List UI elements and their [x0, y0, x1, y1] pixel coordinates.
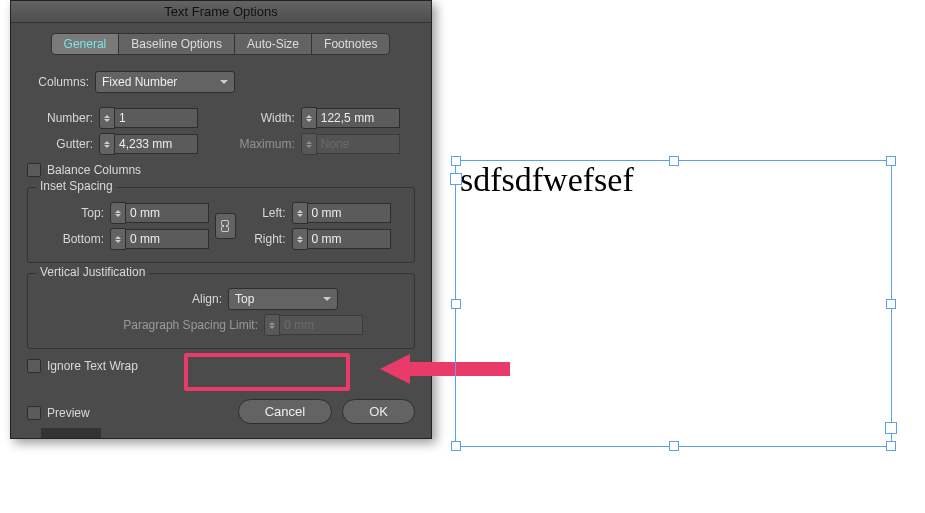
inset-top-stepper[interactable]	[110, 202, 209, 224]
resize-handle-tr[interactable]	[886, 156, 896, 166]
align-label: Align:	[178, 292, 228, 306]
width-stepper[interactable]	[301, 107, 400, 129]
inset-top-field[interactable]	[126, 203, 209, 223]
columns-type-value: Fixed Number	[102, 75, 177, 89]
number-stepper[interactable]	[99, 107, 198, 129]
checkbox-box-icon	[27, 163, 41, 177]
para-spacing-limit-label: Paragraph Spacing Limit:	[78, 318, 264, 332]
width-label: Width:	[229, 111, 301, 125]
align-value: Top	[235, 292, 254, 306]
inset-bottom-field[interactable]	[126, 229, 209, 249]
link-values-button[interactable]	[215, 213, 236, 239]
spinner-icon[interactable]	[99, 133, 115, 155]
maximum-label: Maximum:	[229, 137, 301, 151]
ignore-text-wrap-checkbox[interactable]: Ignore Text Wrap	[27, 359, 138, 373]
width-field[interactable]	[317, 108, 400, 128]
maximum-field	[317, 134, 400, 154]
ok-button[interactable]: OK	[342, 399, 415, 424]
text-out-port[interactable]	[885, 422, 897, 434]
inset-right-field[interactable]	[308, 229, 391, 249]
inset-right-stepper[interactable]	[292, 228, 391, 250]
text-frame-content[interactable]: sdfsdfwefsef	[456, 161, 891, 198]
balance-columns-checkbox[interactable]: Balance Columns	[27, 163, 141, 177]
inset-spacing-title: Inset Spacing	[36, 179, 117, 193]
chevron-down-icon	[220, 80, 228, 84]
inset-left-label: Left:	[242, 206, 292, 220]
columns-type-select[interactable]: Fixed Number	[95, 71, 235, 93]
tab-baseline-options[interactable]: Baseline Options	[118, 33, 235, 55]
align-select[interactable]: Top	[228, 288, 338, 310]
inset-spacing-group: Inset Spacing Top: Bottom:	[27, 187, 415, 263]
chevron-down-icon	[323, 297, 331, 301]
checkbox-box-icon	[27, 406, 41, 420]
spinner-icon[interactable]	[292, 228, 308, 250]
spinner-icon[interactable]	[110, 228, 126, 250]
tab-auto-size[interactable]: Auto-Size	[234, 33, 312, 55]
ignore-text-wrap-label: Ignore Text Wrap	[47, 359, 138, 373]
gutter-stepper[interactable]	[99, 133, 198, 155]
gutter-label: Gutter:	[27, 137, 99, 151]
resize-handle-mr[interactable]	[886, 299, 896, 309]
resize-handle-tl[interactable]	[451, 156, 461, 166]
spinner-icon[interactable]	[110, 202, 126, 224]
spinner-icon	[264, 314, 280, 336]
spinner-icon[interactable]	[292, 202, 308, 224]
tab-general[interactable]: General	[51, 33, 120, 55]
resize-handle-tc[interactable]	[669, 156, 679, 166]
text-in-port[interactable]	[450, 173, 462, 185]
text-frame[interactable]: sdfsdfwefsef	[455, 160, 892, 447]
inset-right-label: Right:	[242, 232, 292, 246]
gutter-field[interactable]	[115, 134, 198, 154]
preview-label: Preview	[47, 406, 90, 420]
resize-handle-bc[interactable]	[669, 441, 679, 451]
checkbox-box-icon	[27, 359, 41, 373]
columns-label: Columns:	[27, 75, 95, 89]
maximum-stepper	[301, 133, 400, 155]
spinner-icon	[301, 133, 317, 155]
resize-handle-ml[interactable]	[451, 299, 461, 309]
preview-checkbox[interactable]: Preview	[27, 406, 90, 420]
vertical-justification-group: Vertical Justification Align: Top Paragr…	[27, 273, 415, 349]
link-icon	[220, 219, 230, 233]
inset-bottom-stepper[interactable]	[110, 228, 209, 250]
para-spacing-limit-stepper	[264, 314, 363, 336]
number-field[interactable]	[115, 108, 198, 128]
spinner-icon[interactable]	[301, 107, 317, 129]
dialog-body: Columns: Fixed Number Number: Gutter:	[11, 61, 431, 389]
dialog-title: Text Frame Options	[11, 1, 431, 23]
inset-left-field[interactable]	[308, 203, 391, 223]
tab-footnotes[interactable]: Footnotes	[311, 33, 390, 55]
number-label: Number:	[27, 111, 99, 125]
tab-bar: General Baseline Options Auto-Size Footn…	[11, 23, 431, 61]
decoration-bar	[41, 428, 101, 438]
resize-handle-bl[interactable]	[451, 441, 461, 451]
resize-handle-br[interactable]	[886, 441, 896, 451]
balance-columns-label: Balance Columns	[47, 163, 141, 177]
inset-top-label: Top:	[38, 206, 110, 220]
inset-bottom-label: Bottom:	[38, 232, 110, 246]
text-frame-options-dialog: Text Frame Options General Baseline Opti…	[10, 0, 432, 439]
spinner-icon[interactable]	[99, 107, 115, 129]
cancel-button[interactable]: Cancel	[238, 399, 332, 424]
vertical-justification-title: Vertical Justification	[36, 265, 149, 279]
para-spacing-limit-field	[280, 315, 363, 335]
inset-left-stepper[interactable]	[292, 202, 391, 224]
